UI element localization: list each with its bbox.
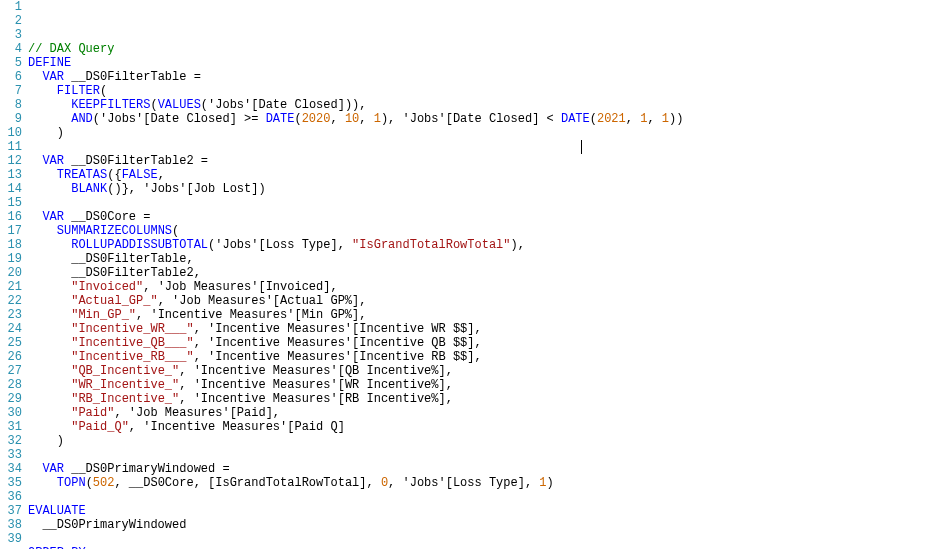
token <box>28 406 71 420</box>
code-line[interactable]: VAR __DS0PrimaryWindowed = <box>28 462 683 476</box>
token: , <box>359 112 373 126</box>
token: ()}, 'Jobs'[Job Lost]) <box>107 182 265 196</box>
line-number: 13 <box>0 168 22 182</box>
line-number: 18 <box>0 238 22 252</box>
code-line[interactable]: VAR __DS0FilterTable2 = <box>28 154 683 168</box>
line-number: 25 <box>0 336 22 350</box>
token: ('Jobs'[Date Closed])), <box>201 98 367 112</box>
line-number: 22 <box>0 294 22 308</box>
token: "Paid" <box>71 406 114 420</box>
token: , 'Job Measures'[Actual GP%], <box>158 294 367 308</box>
token: __DS0FilterTable = <box>64 70 201 84</box>
code-line[interactable]: FILTER( <box>28 84 683 98</box>
code-line[interactable] <box>28 140 683 154</box>
token: , 'Incentive Measures'[Min GP%], <box>136 308 366 322</box>
code-line[interactable]: "Incentive_RB___", 'Incentive Measures'[… <box>28 350 683 364</box>
token: ('Jobs'[Loss Type], <box>208 238 352 252</box>
token: ( <box>590 112 597 126</box>
token: , 'Incentive Measures'[RB Incentive%], <box>179 392 453 406</box>
line-number: 9 <box>0 112 22 126</box>
code-line[interactable]: __DS0PrimaryWindowed <box>28 518 683 532</box>
code-line[interactable]: EVALUATE <box>28 504 683 518</box>
token: , <box>330 112 344 126</box>
code-line[interactable]: "Invoiced", 'Job Measures'[Invoiced], <box>28 280 683 294</box>
code-line[interactable] <box>28 490 683 504</box>
code-line[interactable]: // DAX Query <box>28 42 683 56</box>
code-line[interactable]: "WR_Incentive_", 'Incentive Measures'[WR… <box>28 378 683 392</box>
code-line[interactable]: SUMMARIZECOLUMNS( <box>28 224 683 238</box>
line-number: 8 <box>0 98 22 112</box>
code-line[interactable]: KEEPFILTERS(VALUES('Jobs'[Date Closed]))… <box>28 98 683 112</box>
token: "IsGrandTotalRowTotal" <box>352 238 510 252</box>
code-line[interactable]: "Min_GP_", 'Incentive Measures'[Min GP%]… <box>28 308 683 322</box>
code-line[interactable] <box>28 532 683 546</box>
code-line[interactable]: "Actual_GP_", 'Job Measures'[Actual GP%]… <box>28 294 683 308</box>
token: ( <box>86 476 93 490</box>
code-line[interactable]: AND('Jobs'[Date Closed] >= DATE(2020, 10… <box>28 112 683 126</box>
token: 2020 <box>302 112 331 126</box>
line-number: 3 <box>0 28 22 42</box>
code-line[interactable] <box>28 448 683 462</box>
line-number: 23 <box>0 308 22 322</box>
code-line[interactable]: ROLLUPADDISSUBTOTAL('Jobs'[Loss Type], "… <box>28 238 683 252</box>
token: , 'Jobs'[Loss Type], <box>388 476 539 490</box>
code-line[interactable]: "Paid_Q", 'Incentive Measures'[Paid Q] <box>28 420 683 434</box>
code-area[interactable]: // DAX QueryDEFINE VAR __DS0FilterTable … <box>26 0 683 549</box>
code-line[interactable]: ) <box>28 434 683 448</box>
token: , 'Incentive Measures'[Paid Q] <box>129 420 345 434</box>
token: , 'Job Measures'[Invoiced], <box>143 280 337 294</box>
line-number: 16 <box>0 210 22 224</box>
token <box>28 392 71 406</box>
line-number: 1 <box>0 0 22 14</box>
code-line[interactable]: "RB_Incentive_", 'Incentive Measures'[RB… <box>28 392 683 406</box>
line-number: 27 <box>0 364 22 378</box>
line-number: 36 <box>0 490 22 504</box>
code-line[interactable]: __DS0FilterTable, <box>28 252 683 266</box>
code-line[interactable]: VAR __DS0FilterTable = <box>28 70 683 84</box>
code-line[interactable]: BLANK()}, 'Jobs'[Job Lost]) <box>28 182 683 196</box>
token: SUMMARIZECOLUMNS <box>57 224 172 238</box>
token: "Invoiced" <box>71 280 143 294</box>
token: __DS0FilterTable2, <box>28 266 201 280</box>
code-line[interactable]: DEFINE <box>28 56 683 70</box>
token: EVALUATE <box>28 504 86 518</box>
token: __DS0PrimaryWindowed = <box>64 462 230 476</box>
token: , 'Incentive Measures'[WR Incentive%], <box>179 378 453 392</box>
token: TOPN <box>57 476 86 490</box>
token: ) <box>28 126 64 140</box>
line-number: 7 <box>0 84 22 98</box>
code-line[interactable]: ) <box>28 126 683 140</box>
code-line[interactable] <box>28 196 683 210</box>
token <box>28 378 71 392</box>
code-line[interactable]: "Incentive_WR___", 'Incentive Measures'[… <box>28 322 683 336</box>
token <box>28 98 71 112</box>
token: FALSE <box>122 168 158 182</box>
code-line[interactable]: TREATAS({FALSE, <box>28 168 683 182</box>
token <box>28 70 42 84</box>
token: 502 <box>93 476 115 490</box>
code-editor[interactable]: 1234567891011121314151617181920212223242… <box>0 0 942 549</box>
code-line[interactable]: "Incentive_QB___", 'Incentive Measures'[… <box>28 336 683 350</box>
token: "Min_GP_" <box>71 308 136 322</box>
line-number: 6 <box>0 70 22 84</box>
code-line[interactable]: "QB_Incentive_", 'Incentive Measures'[QB… <box>28 364 683 378</box>
token: BLANK <box>71 182 107 196</box>
line-number: 5 <box>0 56 22 70</box>
token: VAR <box>42 210 64 224</box>
token <box>28 364 71 378</box>
code-line[interactable]: "Paid", 'Job Measures'[Paid], <box>28 406 683 420</box>
token <box>28 84 57 98</box>
code-line[interactable]: VAR __DS0Core = <box>28 210 683 224</box>
line-number: 19 <box>0 252 22 266</box>
code-line[interactable]: TOPN(502, __DS0Core, [IsGrandTotalRowTot… <box>28 476 683 490</box>
token <box>28 182 71 196</box>
token: "QB_Incentive_" <box>71 364 179 378</box>
line-number: 33 <box>0 448 22 462</box>
line-number: 31 <box>0 420 22 434</box>
token: 2021 <box>597 112 626 126</box>
token: 1 <box>374 112 381 126</box>
line-number: 39 <box>0 532 22 546</box>
token: VAR <box>42 462 64 476</box>
code-line[interactable]: __DS0FilterTable2, <box>28 266 683 280</box>
token: DEFINE <box>28 56 71 70</box>
